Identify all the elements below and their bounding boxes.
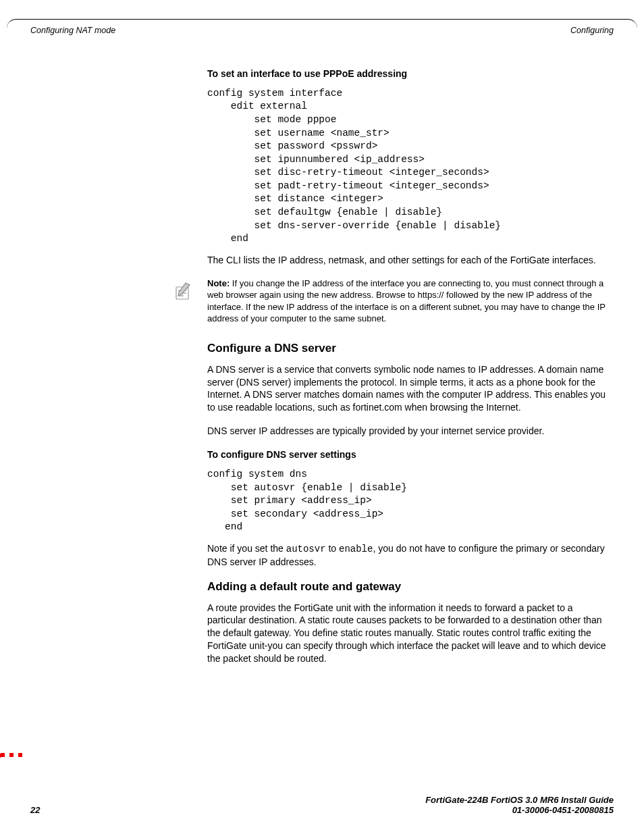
note-body: If you change the IP address of the inte… — [207, 278, 606, 324]
pppoe-subhead: To set an interface to use PPPoE address… — [207, 68, 614, 80]
note-prefix: Note: — [207, 278, 230, 288]
main-content: To set an interface to use PPPoE address… — [207, 68, 614, 665]
dns-inline-code-enable: enable — [339, 544, 373, 554]
note-text: Note: If you change the IP address of th… — [207, 278, 614, 325]
route-heading: Adding a default route and gateway — [207, 579, 614, 595]
footer-line-2: 01-30006-0451-20080815 — [425, 805, 614, 815]
pppoe-code-block: config system interface edit external se… — [207, 87, 614, 246]
dns-after-paragraph: Note if you set the autosvr to enable, y… — [207, 542, 614, 569]
dns-after-pre: Note if you set the — [207, 543, 286, 554]
fortinet-logo: FRTINET. — [0, 665, 30, 773]
dns-paragraph-2: DNS server IP addresses are typically pr… — [207, 425, 614, 438]
note-block: Note: If you change the IP address of th… — [207, 278, 614, 325]
dns-paragraph-1: A DNS server is a service that converts … — [207, 363, 614, 415]
dns-code-block: config system dns set autosvr {enable | … — [207, 468, 614, 534]
page-number: 22 — [30, 805, 40, 815]
dns-after-mid: to — [326, 543, 339, 554]
page-frame-border — [7, 19, 637, 39]
dns-subhead: To configure DNS server settings — [207, 448, 614, 461]
pppoe-after-paragraph: The CLI lists the IP address, netmask, a… — [207, 254, 614, 267]
note-icon — [171, 279, 195, 303]
dns-inline-code-autosvr: autosvr — [286, 544, 326, 554]
logo-dots-icon — [0, 753, 28, 758]
footer-right: FortiGate-224B FortiOS 3.0 MR6 Install G… — [425, 795, 614, 815]
dns-heading: Configure a DNS server — [207, 341, 614, 357]
footer-line-1: FortiGate-224B FortiOS 3.0 MR6 Install G… — [425, 795, 614, 805]
page-footer: 22 FortiGate-224B FortiOS 3.0 MR6 Instal… — [30, 795, 614, 815]
route-paragraph-1: A route provides the FortiGate unit with… — [207, 602, 614, 665]
